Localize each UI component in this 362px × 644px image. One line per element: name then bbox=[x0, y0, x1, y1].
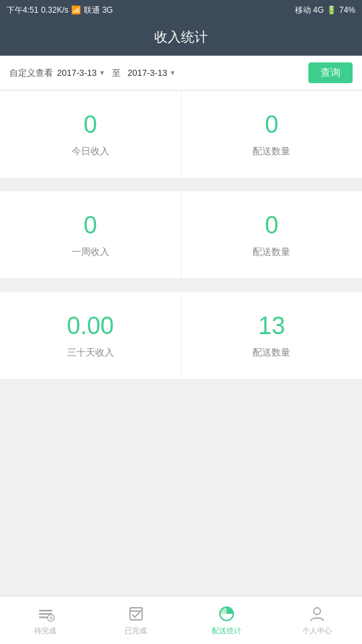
tab-completed[interactable]: 已完成 bbox=[90, 596, 181, 644]
tab-pending-label: 待完成 bbox=[34, 626, 56, 636]
svg-rect-7 bbox=[130, 608, 142, 611]
svg-rect-6 bbox=[130, 608, 142, 620]
carrier2: 移动 4G bbox=[295, 5, 324, 16]
status-right: 移动 4G 🔋 74% bbox=[295, 5, 355, 16]
date-to-value: 2017-3-13 bbox=[127, 68, 167, 78]
stats-wrapper: 0 今日收入 0 配送数量 0 一周收入 0 配送数量 0.00 bbox=[0, 91, 362, 644]
tab-profile-label: 个人中心 bbox=[302, 626, 332, 636]
battery-level: 74% bbox=[339, 5, 355, 15]
profile-icon bbox=[308, 604, 326, 623]
date-from-value: 2017-3-13 bbox=[57, 68, 97, 78]
filter-bar: 自定义查看 2017-3-13 ▼ 至 2017-3-13 ▼ 查询 bbox=[0, 56, 362, 91]
carrier1: 联通 3G bbox=[84, 5, 113, 16]
tab-bar: 待完成 已完成 配送统计 个人中心 bbox=[0, 596, 362, 644]
week-delivery-value: 0 bbox=[265, 211, 278, 239]
status-left: 下午4:51 0.32K/s 📶 联通 3G bbox=[7, 5, 113, 16]
delivery-stats-icon bbox=[217, 604, 236, 623]
svg-point-9 bbox=[314, 608, 320, 614]
week-income-value: 0 bbox=[84, 211, 97, 239]
month-income-value: 0.00 bbox=[67, 312, 114, 340]
week-delivery-cell: 0 配送数量 bbox=[182, 191, 363, 278]
time: 下午4:51 bbox=[7, 5, 38, 16]
month-delivery-cell: 13 配送数量 bbox=[182, 292, 363, 379]
filter-label: 自定义查看 bbox=[9, 67, 53, 79]
stats-row-3: 0.00 三十天收入 13 配送数量 bbox=[0, 292, 362, 379]
today-delivery-label: 配送数量 bbox=[253, 146, 290, 158]
query-button[interactable]: 查询 bbox=[308, 62, 353, 83]
pending-icon bbox=[36, 604, 55, 623]
month-delivery-label: 配送数量 bbox=[253, 347, 290, 359]
month-income-cell: 0.00 三十天收入 bbox=[0, 292, 182, 379]
tab-delivery-stats-label: 配送统计 bbox=[212, 626, 241, 636]
tab-profile[interactable]: 个人中心 bbox=[272, 596, 362, 644]
stats-row-2: 0 一周收入 0 配送数量 bbox=[0, 191, 362, 278]
tab-completed-label: 已完成 bbox=[125, 626, 147, 636]
tab-delivery-stats[interactable]: 配送统计 bbox=[181, 596, 272, 644]
tab-pending[interactable]: 待完成 bbox=[0, 596, 90, 644]
chevron-down-icon-2: ▼ bbox=[169, 69, 176, 76]
today-income-cell: 0 今日收入 bbox=[0, 91, 182, 178]
week-income-label: 一周收入 bbox=[72, 246, 109, 258]
month-delivery-value: 13 bbox=[258, 312, 285, 340]
signal-icon: 📶 bbox=[71, 5, 81, 15]
svg-rect-0 bbox=[39, 610, 52, 612]
speed: 0.32K/s bbox=[41, 5, 68, 15]
date-from-select[interactable]: 2017-3-13 ▼ bbox=[57, 68, 105, 78]
week-income-cell: 0 一周收入 bbox=[0, 191, 182, 278]
page-header: 收入统计 bbox=[0, 20, 362, 56]
date-separator: 至 bbox=[112, 67, 121, 79]
month-income-label: 三十天收入 bbox=[67, 347, 114, 359]
main-content: 收入统计 自定义查看 2017-3-13 ▼ 至 2017-3-13 ▼ 查询 … bbox=[0, 20, 362, 644]
spacer-2 bbox=[0, 285, 362, 292]
week-delivery-label: 配送数量 bbox=[253, 246, 290, 258]
status-bar: 下午4:51 0.32K/s 📶 联通 3G 移动 4G 🔋 74% bbox=[0, 0, 362, 20]
spacer-1 bbox=[0, 184, 362, 191]
today-income-value: 0 bbox=[84, 111, 97, 139]
stats-row-1: 0 今日收入 0 配送数量 bbox=[0, 91, 362, 178]
today-delivery-cell: 0 配送数量 bbox=[182, 91, 363, 178]
date-to-select[interactable]: 2017-3-13 ▼ bbox=[127, 68, 176, 78]
chevron-down-icon: ▼ bbox=[99, 69, 105, 76]
page-title: 收入统计 bbox=[154, 30, 208, 44]
today-delivery-value: 0 bbox=[265, 111, 278, 139]
battery-icon: 🔋 bbox=[326, 5, 337, 15]
today-income-label: 今日收入 bbox=[72, 146, 109, 158]
completed-icon bbox=[127, 604, 145, 623]
